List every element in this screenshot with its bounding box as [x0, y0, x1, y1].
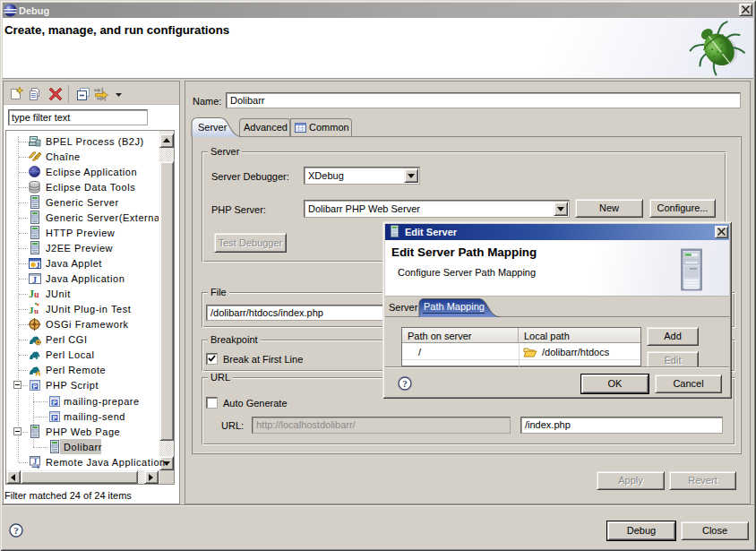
svg-text:J: J	[33, 458, 37, 466]
svg-text:?: ?	[13, 525, 19, 536]
svg-text:P: P	[53, 400, 57, 406]
svg-text:?: ?	[402, 378, 408, 389]
svg-text:u: u	[34, 306, 39, 315]
svg-text:P: P	[53, 415, 57, 421]
svg-text:J: J	[36, 261, 40, 270]
svg-text:u: u	[34, 289, 39, 299]
svg-text:J: J	[32, 275, 37, 285]
svg-text:P: P	[33, 383, 38, 390]
